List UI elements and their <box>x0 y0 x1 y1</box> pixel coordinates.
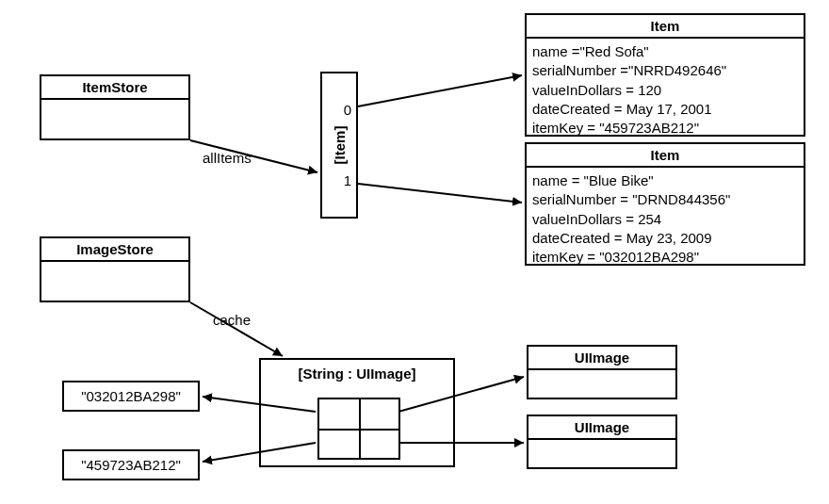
edge-label-cache: cache <box>213 312 251 328</box>
dict-title: [String : UIImage] <box>261 360 453 387</box>
dict-grid <box>317 398 400 460</box>
prop-name: name = "Blue Bike" <box>532 171 798 190</box>
array-index-0: 0 <box>344 102 351 118</box>
class-body <box>528 370 675 378</box>
class-body <box>41 100 188 107</box>
class-box-item-0: Item name ="Red Sofa" serialNumber ="NRR… <box>525 13 805 137</box>
key-text: "459723AB212" <box>81 457 181 473</box>
arrow-imagestore-to-dict <box>190 302 283 356</box>
prop-date: dateCreated = May 23, 2009 <box>532 229 798 248</box>
prop-key: itemKey = "032012BA298" <box>532 248 798 267</box>
key-box-1: "459723AB212" <box>62 449 200 480</box>
class-box-itemstore: ItemStore <box>40 74 190 140</box>
prop-serial: serialNumber = "DRND844356" <box>532 190 798 209</box>
array-label: [Item] <box>332 126 348 165</box>
prop-value: valueInDollars = 120 <box>532 81 798 100</box>
key-box-0: "032012BA298" <box>62 381 200 412</box>
class-box-imagestore: ImageStore <box>40 236 190 302</box>
class-body <box>41 262 188 269</box>
class-title: ImageStore <box>41 238 188 262</box>
class-title: Item <box>527 15 804 39</box>
prop-serial: serialNumber ="NRRD492646" <box>532 61 798 80</box>
array-index-1: 1 <box>344 172 351 188</box>
class-box-uiimage-1: UIImage <box>527 415 677 469</box>
prop-date: dateCreated = May 17, 2001 <box>532 100 798 119</box>
diagram-stage: ItemStore ImageStore [Item] 0 1 Item nam… <box>0 0 829 504</box>
arrow-array0-to-item0 <box>358 75 522 106</box>
dict-box: [String : UIImage] <box>259 358 455 467</box>
class-box-item-1: Item name = "Blue Bike" serialNumber = "… <box>525 142 805 266</box>
prop-name: name ="Red Sofa" <box>532 42 798 61</box>
prop-value: valueInDollars = 254 <box>532 210 798 229</box>
edge-label-allitems: allItems <box>203 150 252 166</box>
dict-grid-vline <box>359 399 361 458</box>
class-title: UIImage <box>528 347 675 370</box>
array-box-item: [Item] 0 1 <box>320 72 358 219</box>
key-text: "032012BA298" <box>81 388 181 404</box>
arrow-array1-to-item1 <box>358 184 522 203</box>
class-title: UIImage <box>528 416 675 440</box>
class-body: name ="Red Sofa" serialNumber ="NRRD4926… <box>527 39 804 141</box>
class-title: ItemStore <box>41 76 188 100</box>
class-box-uiimage-0: UIImage <box>527 345 677 399</box>
prop-key: itemKey = "459723AB212" <box>532 119 798 138</box>
class-body: name = "Blue Bike" serialNumber = "DRND8… <box>527 168 804 270</box>
class-title: Item <box>527 144 804 168</box>
class-body <box>528 440 675 447</box>
